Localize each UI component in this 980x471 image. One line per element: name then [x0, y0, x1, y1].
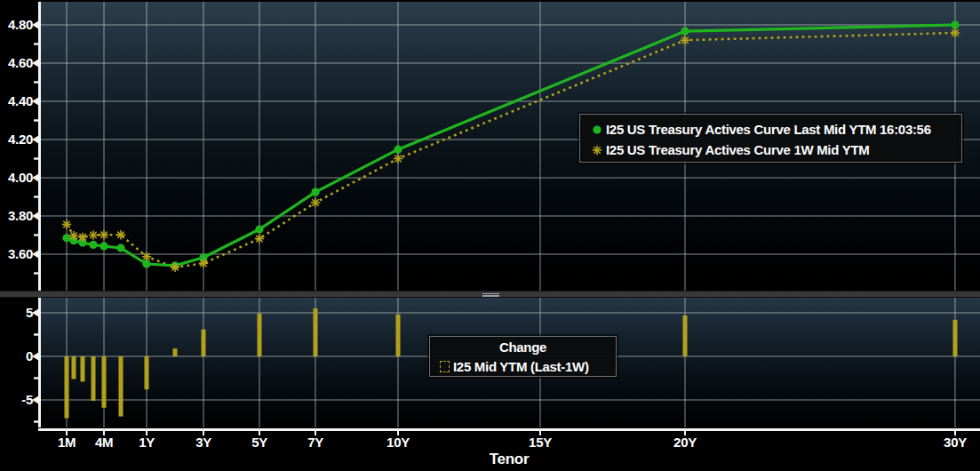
change-legend-title: Change [435, 339, 610, 356]
axis-minor-tick [34, 234, 38, 236]
legend-label-last: I25 US Treasury Actives Curve Last Mid Y… [606, 122, 931, 137]
legend-item-change[interactable]: I25 Mid YTM (Last-1W) [435, 356, 610, 377]
y-tick-label: 4.40 [0, 93, 33, 108]
axis-tick [32, 353, 38, 360]
x-axis-title: Tenor [474, 451, 545, 468]
x-tick-label: 4M [84, 435, 123, 450]
y-tick-label: 4.00 [0, 170, 33, 185]
legend-item-last[interactable]: I25 US Treasury Actives Curve Last Mid Y… [588, 119, 954, 140]
x-tick-label: 3Y [184, 435, 223, 450]
axis-minor-tick [34, 377, 38, 379]
y-tick-label: 4.60 [0, 55, 33, 70]
x-tick-label: 30Y [936, 435, 975, 450]
axis-minor-tick [34, 333, 38, 335]
axis-minor-tick [34, 272, 38, 274]
y-tick-label: 0 [0, 348, 33, 363]
y-tick-label: 3.60 [0, 246, 33, 261]
axis-tick [32, 98, 38, 105]
axis-tick [32, 309, 38, 316]
axis-minor-tick [34, 43, 38, 44]
x-tick-label: 7Y [296, 435, 335, 450]
legend-label-1w: I25 US Treasury Actives Curve 1W Mid YTM [606, 142, 869, 157]
axis-tick [32, 251, 38, 258]
y-tick-label: -5 [0, 392, 33, 407]
asterisk-icon [588, 143, 606, 157]
axis-tick [32, 212, 38, 220]
x-tick-label: 1Y [127, 435, 166, 450]
legend-item-1w[interactable]: I25 US Treasury Actives Curve 1W Mid YTM [588, 140, 954, 160]
y-tick-label: 5 [0, 305, 33, 320]
panel-splitter[interactable] [0, 291, 980, 298]
x-tick-label: 5Y [240, 435, 279, 450]
x-tick-label: 10Y [378, 435, 418, 450]
axis-tick [32, 21, 38, 28]
y-tick-label: 3.80 [0, 208, 33, 223]
dashed-box-icon [435, 361, 453, 372]
curve-legend: I25 US Treasury Actives Curve Last Mid Y… [579, 114, 962, 163]
axis-minor-tick [34, 81, 38, 83]
axis-tick [32, 136, 38, 143]
y-tick-label: 4.80 [0, 17, 33, 32]
x-tick-label: 1M [47, 435, 86, 450]
splitter-handle-icon[interactable] [482, 292, 499, 297]
legend-label-change: I25 Mid YTM (Last-1W) [453, 359, 589, 374]
y-tick-label: 4.20 [0, 132, 33, 147]
change-legend: Change I25 Mid YTM (Last-1W) [429, 336, 617, 377]
x-tick-label: 15Y [521, 435, 560, 450]
axis-tick [32, 174, 38, 181]
x-axis-line [38, 428, 980, 431]
axis-minor-tick [34, 420, 38, 422]
axis-minor-tick [34, 196, 38, 197]
axis-minor-tick [34, 119, 38, 121]
axis-tick [32, 396, 38, 403]
chart-window: I25 US Treasury Actives Curve Last Mid Y… [0, 0, 980, 471]
green-dot-icon [588, 123, 606, 137]
axis-tick [32, 60, 38, 67]
x-tick-label: 20Y [665, 435, 705, 450]
axis-minor-tick [34, 157, 38, 159]
